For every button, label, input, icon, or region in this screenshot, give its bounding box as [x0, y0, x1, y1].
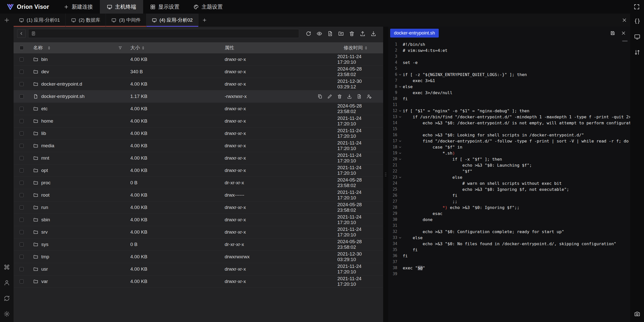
row-checkbox[interactable]: [20, 242, 24, 246]
editor-file-tab[interactable]: docker-entrypoint.sh: [390, 29, 439, 38]
row-checkbox[interactable]: [20, 181, 24, 185]
row-checkbox[interactable]: [20, 279, 24, 283]
file-row-etc[interactable]: etc4.00 KBdrwxr-xr-x2024-05-28 23:58:02: [14, 103, 383, 115]
row-checkbox[interactable]: [20, 82, 24, 86]
file-row-lib[interactable]: lib4.00 KBdrwxr-xr-x2021-11-24 17:20:10: [14, 127, 383, 140]
row-checkbox[interactable]: [20, 70, 24, 74]
new-folder-icon[interactable]: [337, 29, 345, 38]
fold-icon[interactable]: [397, 152, 403, 155]
sort-mtime-icon[interactable]: [365, 46, 367, 50]
editor-scrollbar-thumb[interactable]: [622, 41, 628, 42]
download-icon[interactable]: [369, 29, 378, 38]
row-checkbox[interactable]: [20, 119, 24, 123]
refresh-icon[interactable]: [304, 29, 313, 38]
row-checkbox[interactable]: [20, 193, 24, 197]
tab-4[interactable]: (4) 应用-分析02: [146, 14, 198, 27]
fold-icon[interactable]: [397, 236, 403, 239]
row-checkbox[interactable]: [20, 57, 24, 61]
permissions-icon[interactable]: [367, 94, 372, 99]
fold-icon[interactable]: [397, 73, 403, 76]
fold-icon[interactable]: [397, 115, 403, 119]
row-checkbox[interactable]: [20, 131, 24, 135]
edit-icon[interactable]: [327, 94, 332, 99]
row-checkbox[interactable]: [20, 218, 24, 222]
close-panel-button[interactable]: [619, 14, 630, 27]
fold-icon[interactable]: [397, 146, 403, 149]
row-checkbox[interactable]: [20, 156, 24, 160]
file-row-home[interactable]: home4.00 KBdrwxr-xr-x2021-11-24 17:20:10: [14, 115, 383, 127]
tab-1[interactable]: (1) 应用-分析01: [14, 14, 66, 27]
menu-item-new-connection[interactable]: 新建连接: [57, 0, 100, 14]
fold-icon[interactable]: [397, 139, 403, 143]
fullscreen-icon[interactable]: [633, 4, 640, 10]
sync-icon[interactable]: [2, 294, 12, 303]
column-size-label[interactable]: 大小: [130, 45, 140, 51]
file-row-bin[interactable]: bin4.00 KBdrwxr-xr-x2021-11-24 17:20:10: [14, 53, 383, 66]
row-checkbox[interactable]: [20, 168, 24, 172]
file-row-opt[interactable]: opt4.00 KBdrwxr-xr-x2021-11-24 17:20:10: [14, 164, 383, 177]
swap-vertical-icon[interactable]: [632, 47, 642, 57]
file-row-tmp[interactable]: tmp4.00 KBdrwxrwxrwx2021-12-30 03:29:10: [14, 251, 383, 263]
file-row-docker-entrypoint.sh[interactable]: docker-entrypoint.sh1.17 KB-rwxrwxr-x: [14, 90, 383, 103]
close-editor-icon[interactable]: [621, 30, 626, 36]
menu-item-theme-settings[interactable]: 主题设置: [186, 0, 230, 14]
file-name: srv: [41, 229, 48, 235]
display-icon[interactable]: [632, 32, 642, 42]
file-row-run[interactable]: run4.00 KBdrwxr-xr-x2024-05-28 23:58:02: [14, 201, 383, 214]
row-checkbox[interactable]: [20, 144, 24, 148]
panel-splitter[interactable]: [383, 27, 388, 322]
sort-name-icon[interactable]: [48, 46, 50, 50]
fold-icon[interactable]: [397, 109, 403, 113]
row-checkbox[interactable]: [20, 255, 24, 259]
new-file-icon[interactable]: [326, 29, 334, 38]
move-icon[interactable]: [357, 94, 362, 99]
menu-item-host-terminal[interactable]: 主机终端: [100, 0, 143, 14]
row-checkbox[interactable]: [20, 205, 24, 209]
column-mtime-label[interactable]: 修改时间: [344, 45, 363, 51]
delete-icon[interactable]: [347, 29, 356, 38]
copy-icon[interactable]: [317, 94, 323, 99]
file-row-var[interactable]: var4.00 KBdrwxr-xr-x2021-11-24 17:20:10: [14, 275, 383, 288]
braces-icon[interactable]: [632, 16, 642, 26]
tab-3[interactable]: (3) 中间件: [106, 14, 146, 27]
sort-size-icon[interactable]: [142, 46, 144, 50]
file-row-mnt[interactable]: mnt4.00 KBdrwxr-xr-x2021-11-24 17:20:10: [14, 152, 383, 164]
upload-icon[interactable]: [358, 29, 367, 38]
tab-2[interactable]: (2) 数据库: [66, 14, 106, 27]
row-checkbox[interactable]: [20, 230, 24, 234]
file-row-docker-entrypoint.d[interactable]: docker-entrypoint.d4.00 KBdrwxr-xr-x2021…: [14, 78, 383, 90]
menu-item-display-settings[interactable]: 显示设置: [143, 0, 186, 14]
fold-icon[interactable]: [397, 158, 403, 161]
user-icon[interactable]: [2, 278, 12, 287]
file-row-root[interactable]: root4.00 KBdrwx------2021-11-24 17:20:10: [14, 189, 383, 201]
row-checkbox[interactable]: [20, 94, 24, 98]
code-line: 9 exec 3>/dev/null: [390, 90, 630, 96]
code-line: 4set -e: [390, 59, 630, 65]
screenshot-icon[interactable]: [632, 309, 642, 319]
fold-icon[interactable]: [397, 176, 403, 179]
download-icon[interactable]: [347, 94, 352, 99]
code-editor[interactable]: 1#!/bin/sh2# vim:sw=4:ts=4:et34set -e56i…: [388, 39, 630, 322]
file-row-usr[interactable]: usr4.00 KBdrwxr-xr-x2021-11-24 17:20:10: [14, 263, 383, 275]
row-checkbox[interactable]: [20, 107, 24, 111]
file-row-media[interactable]: media4.00 KBdrwxr-xr-x2021-11-24 17:20:1…: [14, 140, 383, 152]
column-name-label[interactable]: 名称: [33, 45, 43, 51]
file-row-proc[interactable]: proc0 Bdr-xr-xr-x2024-05-28 23:58:02: [14, 177, 383, 189]
file-row-srv[interactable]: srv4.00 KBdrwxr-xr-x2021-11-24 17:20:10: [14, 226, 383, 238]
filter-icon[interactable]: [118, 46, 122, 50]
path-input[interactable]: [38, 31, 296, 36]
select-all-checkbox[interactable]: [20, 46, 24, 50]
command-icon[interactable]: [2, 263, 12, 272]
add-connection-button[interactable]: [2, 16, 12, 25]
save-icon[interactable]: [610, 30, 615, 36]
preview-icon[interactable]: [315, 29, 324, 38]
file-row-dev[interactable]: dev340 Bdrwxr-xr-x2024-05-28 23:58:02: [14, 66, 383, 78]
fold-icon[interactable]: [397, 85, 403, 88]
file-row-sys[interactable]: sys0 Bdr-xr-xr-x2024-05-28 23:58:02: [14, 238, 383, 251]
back-button[interactable]: [17, 29, 26, 38]
settings-icon[interactable]: [2, 309, 12, 318]
delete-icon[interactable]: [337, 94, 342, 99]
add-tab-button[interactable]: [198, 14, 211, 27]
row-checkbox[interactable]: [20, 267, 24, 271]
file-row-sbin[interactable]: sbin4.00 KBdrwxr-xr-x2021-11-24 17:20:10: [14, 214, 383, 226]
